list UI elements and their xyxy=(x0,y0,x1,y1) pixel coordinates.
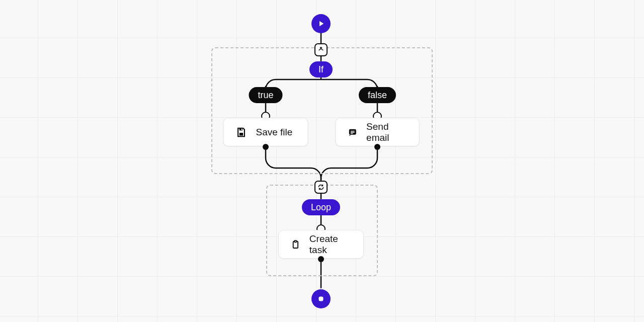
save-file-node[interactable]: Save file xyxy=(223,118,308,146)
play-icon xyxy=(316,19,326,28)
start-node[interactable] xyxy=(311,14,331,33)
save-icon xyxy=(236,127,247,138)
cycle-icon xyxy=(317,184,325,191)
true-branch-label[interactable]: true xyxy=(249,87,282,103)
send-email-node[interactable]: Send email xyxy=(336,118,420,146)
message-icon xyxy=(348,127,358,138)
loop-glyph[interactable] xyxy=(314,181,328,194)
svg-rect-19 xyxy=(294,240,297,242)
clipboard-icon xyxy=(291,239,300,250)
create-task-node[interactable]: Create task xyxy=(278,230,364,259)
create-task-label: Create task xyxy=(309,233,351,256)
if-label[interactable]: If xyxy=(309,61,333,77)
svg-rect-13 xyxy=(242,128,243,130)
out-port[interactable] xyxy=(374,144,380,150)
branch-glyph[interactable] xyxy=(314,43,328,56)
save-file-label: Save file xyxy=(256,127,293,138)
flow-canvas[interactable]: If true false Save file Send email Loop xyxy=(0,0,644,322)
svg-rect-11 xyxy=(239,132,243,135)
send-email-label: Send email xyxy=(366,121,407,143)
stop-icon xyxy=(316,294,326,303)
end-node[interactable] xyxy=(311,289,331,308)
out-port[interactable] xyxy=(263,144,269,150)
out-port[interactable] xyxy=(318,256,324,262)
false-branch-label[interactable]: false xyxy=(359,87,396,103)
svg-rect-20 xyxy=(319,297,324,301)
branch-icon xyxy=(317,46,325,53)
loop-label[interactable]: Loop xyxy=(302,199,340,215)
